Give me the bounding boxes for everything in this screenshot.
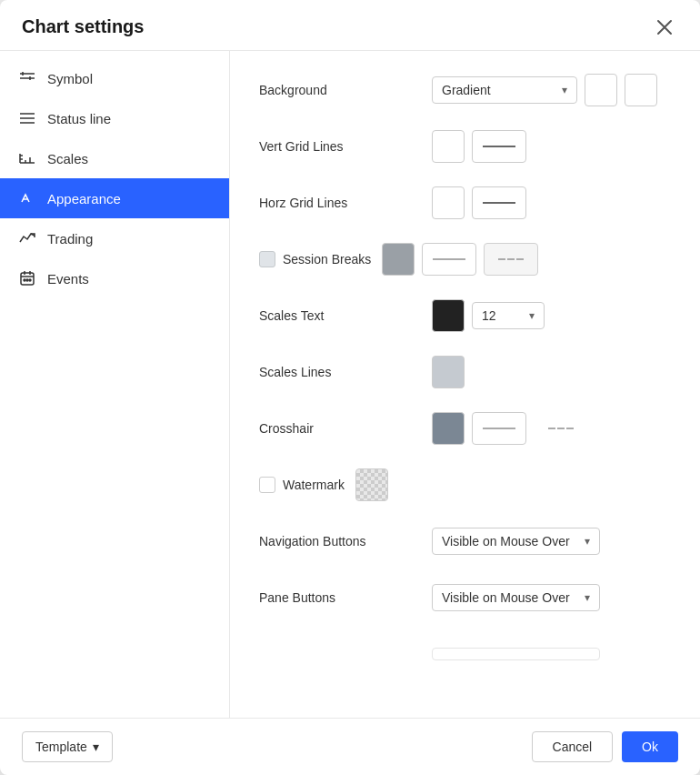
status-line-icon bbox=[18, 109, 36, 127]
background-row: Background Gradient ▾ bbox=[259, 73, 671, 107]
sidebar: Symbol Status line bbox=[0, 51, 230, 718]
template-label: Template bbox=[35, 740, 87, 754]
cancel-button[interactable]: Cancel bbox=[532, 731, 614, 762]
watermark-row: Watermark bbox=[259, 468, 671, 502]
scales-text-label: Scales Text bbox=[259, 308, 432, 323]
watermark-label: Watermark bbox=[283, 478, 345, 492]
appearance-icon bbox=[18, 189, 36, 207]
scales-text-row: Scales Text 12 ▾ bbox=[259, 298, 671, 333]
navigation-buttons-controls: Visible on Mouse Over ▾ bbox=[432, 528, 671, 555]
footer-actions: Cancel Ok bbox=[532, 731, 678, 762]
line-solid-2 bbox=[483, 202, 515, 204]
horz-grid-color[interactable] bbox=[432, 186, 465, 219]
scales-text-controls: 12 ▾ bbox=[432, 299, 671, 332]
ok-button[interactable]: Ok bbox=[622, 731, 678, 762]
extra-controls bbox=[432, 648, 671, 660]
dialog-footer: Template ▾ Cancel Ok bbox=[0, 718, 700, 775]
background-dropdown[interactable]: Gradient ▾ bbox=[432, 76, 577, 104]
crosshair-label: Crosshair bbox=[259, 421, 432, 436]
chart-settings-dialog: Chart settings Symbol bbox=[0, 0, 700, 775]
navigation-buttons-label: Navigation Buttons bbox=[259, 534, 432, 549]
chevron-down-icon-4: ▾ bbox=[585, 591, 590, 604]
watermark-color[interactable] bbox=[355, 468, 388, 501]
session-breaks-line-style[interactable] bbox=[422, 243, 476, 276]
svg-point-19 bbox=[26, 279, 28, 281]
session-breaks-color[interactable] bbox=[382, 243, 415, 276]
sidebar-item-events[interactable]: Events bbox=[0, 258, 229, 298]
cross-dash-3 bbox=[566, 428, 574, 429]
watermark-checkbox-wrap: Watermark bbox=[259, 477, 345, 493]
scales-icon bbox=[18, 149, 36, 167]
session-breaks-controls bbox=[382, 243, 671, 276]
sidebar-item-trading[interactable]: Trading bbox=[0, 218, 229, 258]
sidebar-label-events: Events bbox=[47, 271, 89, 287]
sidebar-item-status-line[interactable]: Status line bbox=[0, 98, 229, 138]
crosshair-row: Crosshair bbox=[259, 411, 671, 446]
vert-grid-color[interactable] bbox=[432, 130, 465, 163]
sidebar-item-scales[interactable]: Scales bbox=[0, 138, 229, 178]
navigation-buttons-row: Navigation Buttons Visible on Mouse Over… bbox=[259, 524, 671, 559]
vert-grid-line-style[interactable] bbox=[472, 130, 526, 163]
cross-dash-2 bbox=[557, 428, 565, 429]
session-breaks-line-dashed[interactable] bbox=[484, 243, 538, 276]
pane-buttons-row: Pane Buttons Visible on Mouse Over ▾ bbox=[259, 580, 671, 615]
scales-text-size-dropdown[interactable]: 12 ▾ bbox=[472, 302, 545, 329]
chevron-down-icon-5: ▾ bbox=[93, 740, 99, 754]
session-breaks-checkbox[interactable] bbox=[259, 251, 275, 267]
background-color2[interactable] bbox=[625, 74, 657, 106]
horz-grid-lines-controls bbox=[432, 186, 671, 219]
scales-lines-row: Scales Lines bbox=[259, 355, 671, 389]
chevron-down-icon-3: ▾ bbox=[585, 535, 590, 548]
crosshair-line-dashed[interactable] bbox=[534, 412, 588, 445]
background-dropdown-value: Gradient bbox=[442, 83, 491, 97]
sidebar-label-status-line: Status line bbox=[47, 111, 111, 126]
events-icon bbox=[18, 269, 36, 287]
session-breaks-row: Session Breaks bbox=[259, 242, 671, 277]
scales-text-color[interactable] bbox=[432, 299, 465, 332]
partially-visible-row bbox=[259, 637, 671, 671]
close-button[interactable] bbox=[651, 17, 678, 37]
line-solid-4 bbox=[483, 428, 515, 429]
close-icon bbox=[656, 19, 673, 35]
dialog-header: Chart settings bbox=[0, 0, 700, 51]
session-breaks-checkbox-wrap: Session Breaks bbox=[259, 251, 371, 267]
template-button[interactable]: Template ▾ bbox=[22, 731, 113, 762]
main-content: Background Gradient ▾ Vert Grid Lines bbox=[230, 51, 700, 718]
background-controls: Gradient ▾ bbox=[432, 74, 671, 106]
vert-grid-lines-label: Vert Grid Lines bbox=[259, 139, 432, 154]
extra-dropdown bbox=[432, 648, 600, 660]
dialog-title: Chart settings bbox=[22, 16, 144, 37]
scales-lines-controls bbox=[432, 356, 671, 388]
watermark-controls bbox=[355, 468, 671, 501]
crosshair-line-style[interactable] bbox=[472, 412, 526, 445]
cross-dash-1 bbox=[548, 428, 555, 429]
background-label: Background bbox=[259, 83, 432, 97]
vert-grid-lines-row: Vert Grid Lines bbox=[259, 129, 671, 164]
navigation-buttons-dropdown[interactable]: Visible on Mouse Over ▾ bbox=[432, 528, 600, 555]
crosshair-color[interactable] bbox=[432, 412, 465, 445]
sidebar-label-symbol: Symbol bbox=[47, 71, 93, 86]
pane-buttons-dropdown[interactable]: Visible on Mouse Over ▾ bbox=[432, 584, 600, 611]
line-solid bbox=[483, 146, 515, 147]
pane-buttons-label: Pane Buttons bbox=[259, 590, 432, 605]
sidebar-label-scales: Scales bbox=[47, 151, 88, 166]
background-color1[interactable] bbox=[585, 74, 617, 106]
sidebar-item-appearance[interactable]: Appearance bbox=[0, 178, 229, 218]
watermark-checkbox[interactable] bbox=[259, 477, 275, 493]
sidebar-label-appearance: Appearance bbox=[47, 191, 121, 206]
horz-grid-line-style[interactable] bbox=[472, 186, 526, 219]
svg-point-18 bbox=[24, 279, 25, 281]
scales-lines-color[interactable] bbox=[432, 356, 465, 388]
session-breaks-label: Session Breaks bbox=[283, 252, 371, 267]
scales-text-size-value: 12 bbox=[482, 308, 496, 323]
navigation-buttons-value: Visible on Mouse Over bbox=[442, 534, 570, 549]
line-solid-3 bbox=[433, 258, 465, 260]
horz-grid-lines-row: Horz Grid Lines bbox=[259, 186, 671, 220]
crosshair-controls bbox=[432, 412, 671, 445]
sidebar-item-symbol[interactable]: Symbol bbox=[0, 58, 229, 98]
symbol-icon bbox=[18, 69, 36, 87]
dialog-body: Symbol Status line bbox=[0, 51, 700, 718]
dash-seg-1 bbox=[498, 258, 505, 260]
trading-icon bbox=[18, 229, 36, 247]
horz-grid-lines-label: Horz Grid Lines bbox=[259, 196, 432, 210]
